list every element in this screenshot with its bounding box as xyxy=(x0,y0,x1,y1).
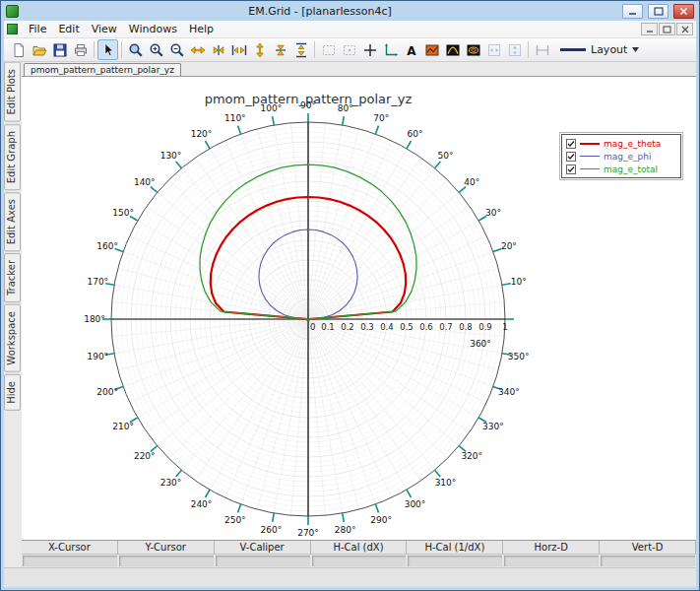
svg-text:260°: 260° xyxy=(260,525,282,535)
svg-text:200°: 200° xyxy=(96,387,118,397)
document-tab[interactable]: pmom_pattern_pattern_polar_yz xyxy=(24,63,181,76)
sidebar-tab-workspace[interactable]: Workspace xyxy=(4,304,21,372)
expand-x-button[interactable] xyxy=(187,39,208,60)
select-region-icon xyxy=(321,42,337,58)
axes-icon xyxy=(383,42,399,58)
menu-help[interactable]: Help xyxy=(183,22,220,36)
legend-item[interactable]: mag_e_phi xyxy=(566,151,676,162)
pointer-button[interactable] xyxy=(97,39,118,60)
save-button[interactable] xyxy=(49,39,70,60)
pan-vertical-icon xyxy=(507,42,523,58)
sidebar-tab-tracker[interactable]: Tracker xyxy=(4,253,21,302)
column-header: V-Caliper xyxy=(215,541,311,555)
sidebar-tab-edit-plots[interactable]: Edit Plots xyxy=(4,62,21,122)
mdi-restore-button[interactable] xyxy=(659,23,675,35)
zoom-in-button[interactable] xyxy=(146,39,166,60)
sidebar-tab-edit-axes[interactable]: Edit Axes xyxy=(4,192,21,251)
plot-style-button[interactable] xyxy=(421,39,442,60)
select-region-button[interactable] xyxy=(318,39,339,60)
select-trace-button[interactable] xyxy=(339,39,359,60)
layout-button[interactable]: Layout xyxy=(552,39,647,60)
legend: mag_e_theta mag_e_phi mag_e_total xyxy=(561,134,681,178)
value-cell xyxy=(312,556,407,567)
column-header: Horz-D xyxy=(503,541,600,555)
svg-text:10°: 10° xyxy=(511,277,527,287)
svg-text:0.2: 0.2 xyxy=(341,322,354,332)
menu-windows[interactable]: Windows xyxy=(123,22,183,36)
zoom-in-icon xyxy=(149,42,164,58)
check-icon xyxy=(567,165,575,173)
save-floppy-icon xyxy=(52,42,68,58)
fit-vertical-icon xyxy=(293,42,309,58)
line-style-swatch xyxy=(560,48,586,51)
expand-vertical-icon xyxy=(252,42,268,58)
sidebar-tab-hide[interactable]: Hide xyxy=(4,374,21,411)
expand-y-button[interactable] xyxy=(249,39,270,60)
caliper-icon xyxy=(535,42,550,58)
svg-text:50°: 50° xyxy=(438,151,454,161)
svg-text:0.1: 0.1 xyxy=(321,322,335,332)
svg-text:360°: 360° xyxy=(470,339,491,349)
legend-label: mag_e_phi xyxy=(604,152,651,162)
zoom-out-icon xyxy=(169,42,185,58)
contour-plot-icon xyxy=(466,42,481,58)
mdi-child-icon xyxy=(7,24,18,34)
fit-y-button[interactable] xyxy=(290,39,311,60)
svg-text:300°: 300° xyxy=(405,499,426,509)
legend-item[interactable]: mag_e_theta xyxy=(566,138,676,149)
contour-plot-button[interactable] xyxy=(463,39,483,60)
legend-line-sample xyxy=(580,156,600,157)
toolbar-separator xyxy=(528,41,529,58)
sidebar-tab-edit-graph[interactable]: Edit Graph xyxy=(4,124,21,190)
pan-x-button[interactable] xyxy=(483,39,504,60)
add-marker-button[interactable] xyxy=(359,39,380,60)
zoom-window-icon xyxy=(128,42,144,58)
maximize-button[interactable] xyxy=(648,4,668,19)
edit-axes-button[interactable] xyxy=(380,39,401,60)
svg-text:320°: 320° xyxy=(461,451,482,461)
svg-text:120°: 120° xyxy=(191,129,213,139)
legend-checkbox[interactable] xyxy=(566,139,576,149)
print-button[interactable] xyxy=(70,39,91,60)
expand-horizontal-icon xyxy=(190,42,206,58)
pan-horizontal-icon xyxy=(486,42,502,58)
mdi-close-button[interactable] xyxy=(676,23,693,35)
column-header: H-Cal (1/dX) xyxy=(407,541,503,555)
svg-text:210°: 210° xyxy=(112,422,134,431)
menu-bar: File Edit View Windows Help xyxy=(4,21,696,38)
svg-text:150°: 150° xyxy=(112,208,134,218)
compress-x-button[interactable] xyxy=(208,39,228,60)
legend-item[interactable]: mag_e_total xyxy=(566,164,676,174)
zoom-window-button[interactable] xyxy=(125,39,146,60)
menu-view[interactable]: View xyxy=(86,22,123,36)
minimize-button[interactable] xyxy=(622,4,643,19)
caliper-button[interactable] xyxy=(532,39,552,60)
toolbar-separator xyxy=(314,41,315,58)
menu-edit[interactable]: Edit xyxy=(52,22,85,36)
open-folder-icon xyxy=(32,42,47,58)
svg-text:0.5: 0.5 xyxy=(400,322,414,332)
open-button[interactable] xyxy=(29,39,49,60)
legend-line-sample xyxy=(580,143,600,145)
svg-text:160°: 160° xyxy=(96,241,118,251)
pan-y-button[interactable] xyxy=(504,39,525,60)
svg-text:30°: 30° xyxy=(485,208,501,218)
svg-text:A: A xyxy=(407,43,416,57)
zoom-out-button[interactable] xyxy=(166,39,187,60)
legend-label: mag_e_theta xyxy=(604,139,661,149)
add-text-button[interactable]: A xyxy=(401,39,421,60)
chevron-down-icon xyxy=(632,47,639,52)
new-button[interactable] xyxy=(8,39,29,60)
svg-text:280°: 280° xyxy=(335,525,356,535)
waterfall-plot-button[interactable] xyxy=(442,39,463,60)
svg-text:70°: 70° xyxy=(373,113,389,123)
cursor-table-header: X-Cursor Y-Cursor V-Caliper H-Cal (dX) H… xyxy=(22,541,696,555)
close-button[interactable] xyxy=(673,4,694,19)
svg-text:0.9: 0.9 xyxy=(478,322,492,332)
mdi-minimize-button[interactable] xyxy=(641,23,658,35)
compress-y-button[interactable] xyxy=(270,39,290,60)
legend-checkbox[interactable] xyxy=(566,164,576,174)
menu-file[interactable]: File xyxy=(23,22,52,36)
fit-x-button[interactable] xyxy=(228,39,249,60)
legend-checkbox[interactable] xyxy=(566,152,576,162)
